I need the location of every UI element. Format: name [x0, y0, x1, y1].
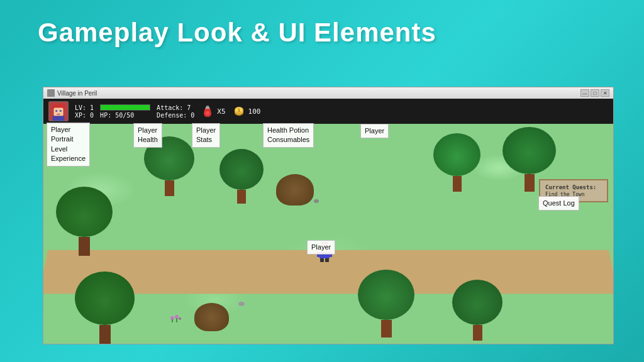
- hud-xp: XP: 0: [75, 112, 94, 119]
- potion-count: X5: [217, 107, 225, 116]
- tree-3: [219, 149, 264, 204]
- tree-6: [75, 272, 135, 344]
- close-button[interactable]: ✕: [601, 89, 609, 97]
- quest-log-title: Current Quests:: [545, 184, 602, 190]
- hp-bar-container: [100, 104, 150, 111]
- tree-8: [452, 280, 502, 341]
- quest-log-box: Current Quests: Find the Town: [539, 179, 608, 202]
- svg-rect-10: [206, 107, 209, 109]
- player-character: [317, 242, 332, 262]
- window-icon: [47, 89, 55, 97]
- svg-rect-18: [322, 247, 324, 249]
- maximize-button[interactable]: □: [591, 89, 599, 97]
- gold-icon: $: [232, 104, 246, 118]
- svg-rect-29: [176, 318, 177, 322]
- svg-rect-22: [329, 252, 332, 257]
- tree-1: [56, 187, 113, 256]
- hud-health: HP: 50/50: [100, 104, 150, 119]
- defense-stat: Defense: 0: [157, 112, 194, 119]
- potion-icon: [201, 104, 214, 118]
- svg-rect-7: [53, 116, 65, 121]
- svg-rect-19: [325, 247, 327, 249]
- svg-rect-23: [320, 258, 324, 262]
- tree-stump-1: [276, 174, 314, 206]
- hud-level: LV: 1: [75, 104, 94, 111]
- hud-bar: LV: 1 XP: 0 HP: 50/50 Attack: 7 Defense:…: [43, 99, 613, 124]
- flowers: [169, 313, 182, 325]
- hud-stats: Attack: 7 Defense: 0: [157, 104, 194, 119]
- svg-rect-21: [317, 252, 320, 257]
- player-portrait-hud: [48, 101, 69, 121]
- gold-count: 100: [248, 107, 261, 116]
- rock-2: [238, 302, 245, 306]
- window-controls[interactable]: — □ ✕: [580, 89, 609, 97]
- tree-2: [144, 136, 194, 196]
- title-bar: Village in Peril — □ ✕: [43, 87, 613, 99]
- page-title: Gameplay Look & UI Elements: [38, 18, 436, 48]
- svg-point-27: [179, 317, 181, 320]
- hud-potion[interactable]: X5: [201, 104, 225, 118]
- svg-rect-24: [325, 258, 329, 262]
- tree-7: [358, 270, 414, 337]
- hp-bar-fill: [101, 105, 150, 110]
- tree-4: [433, 133, 480, 192]
- svg-rect-5: [60, 110, 62, 112]
- game-window: Village in Peril — □ ✕: [43, 87, 614, 344]
- svg-rect-20: [319, 252, 330, 258]
- svg-rect-4: [55, 110, 57, 112]
- hud-level-xp: LV: 1 XP: 0: [75, 104, 94, 119]
- attack-stat: Attack: 7: [157, 104, 194, 111]
- tree-stump-2: [194, 303, 229, 331]
- svg-text:$: $: [238, 108, 240, 113]
- game-world: Current Quests: Find the Town: [43, 124, 613, 344]
- svg-rect-28: [172, 319, 173, 322]
- svg-rect-17: [320, 244, 329, 252]
- svg-rect-6: [57, 114, 60, 115]
- rock-1: [314, 199, 319, 203]
- svg-point-9: [206, 111, 209, 115]
- hp-text: HP: 50/50: [100, 112, 150, 119]
- quest-log-item-1: Find the Town: [545, 192, 602, 197]
- window-title: Village in Peril: [57, 90, 580, 97]
- hud-gold: $ 100: [232, 104, 261, 118]
- minimize-button[interactable]: —: [580, 89, 589, 97]
